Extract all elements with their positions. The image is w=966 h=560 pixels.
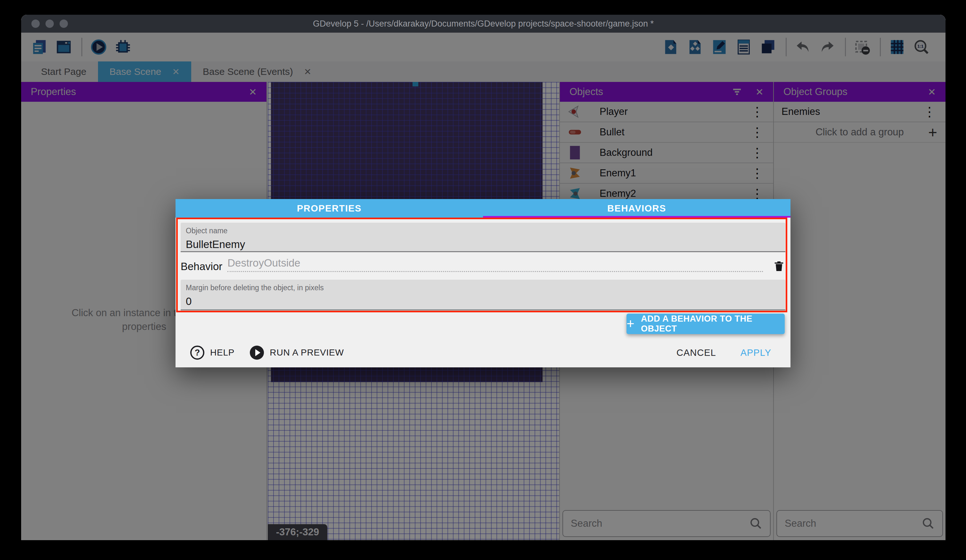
tab-properties[interactable]: PROPERTIES	[176, 199, 483, 218]
margin-value[interactable]: 0	[186, 295, 780, 308]
window-title: GDevelop 5 - /Users/dkarakay/Documents/G…	[313, 19, 654, 29]
margin-field[interactable]: Margin before deleting the object, in pi…	[181, 280, 785, 310]
behavior-name-field[interactable]: DestroyOutside	[227, 257, 763, 272]
run-preview-button[interactable]: RUN A PREVIEW	[270, 347, 344, 358]
add-behavior-label: ADD A BEHAVIOR TO THE OBJECT	[641, 314, 785, 334]
tab-behaviors[interactable]: BEHAVIORS	[483, 199, 790, 218]
delete-behavior-icon[interactable]	[772, 259, 785, 273]
behavior-label: Behavior	[181, 260, 222, 275]
traffic-lights	[31, 15, 68, 33]
minimize-window-button[interactable]	[46, 20, 54, 28]
cancel-button[interactable]: CANCEL	[677, 347, 716, 358]
behavior-row: Behavior DestroyOutside	[181, 254, 785, 278]
screen: GDevelop 5 - /Users/dkarakay/Documents/G…	[0, 0, 966, 560]
object-editor-dialog: PROPERTIES BEHAVIORS Object name BulletE…	[176, 199, 790, 367]
object-name-field[interactable]: Object name BulletEnemy	[181, 223, 785, 252]
help-button[interactable]: HELP	[210, 347, 235, 358]
run-preview-icon[interactable]	[250, 345, 264, 360]
titlebar: GDevelop 5 - /Users/dkarakay/Documents/G…	[21, 15, 946, 33]
dialog-footer: ? HELP RUN A PREVIEW CANCEL APPLY	[176, 338, 790, 367]
object-name-value[interactable]: BulletEnemy	[186, 238, 780, 251]
close-window-button[interactable]	[31, 20, 40, 28]
dialog-tabs: PROPERTIES BEHAVIORS	[176, 199, 790, 218]
add-behavior-button[interactable]: + ADD A BEHAVIOR TO THE OBJECT	[626, 314, 785, 334]
margin-label: Margin before deleting the object, in pi…	[186, 283, 780, 292]
zoom-window-button[interactable]	[59, 20, 68, 28]
help-icon[interactable]: ?	[190, 345, 204, 360]
apply-button[interactable]: APPLY	[741, 347, 771, 358]
active-tab-indicator	[483, 216, 790, 218]
gdevelop-window: GDevelop 5 - /Users/dkarakay/Documents/G…	[21, 15, 946, 540]
object-name-label: Object name	[186, 226, 780, 235]
behavior-name: DestroyOutside	[227, 257, 300, 269]
